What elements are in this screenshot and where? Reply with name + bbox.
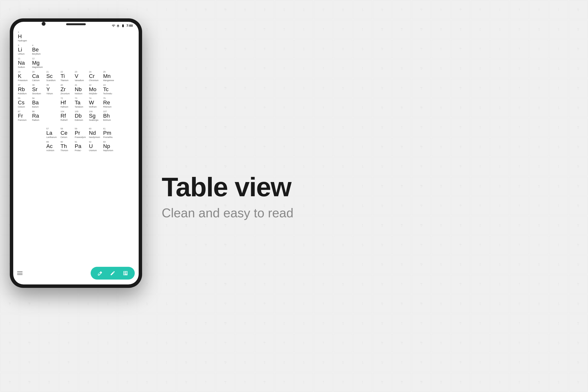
element-Mn[interactable]: 25 Mn Manganese <box>102 70 116 82</box>
element-La[interactable]: 57 La Lanthanum <box>46 127 60 139</box>
element-V[interactable]: 23 V Vanadium <box>74 70 88 82</box>
airplane-icon <box>116 24 120 28</box>
element-Nd[interactable]: 60 Nd Neodymium <box>88 127 102 139</box>
periodic-table[interactable]: 1 H Hydrogen 3 Li Lithium 4 <box>13 28 139 264</box>
right-content: Table view Clean and easy to read <box>132 172 588 220</box>
element-Re[interactable]: 75 Re Rhenium <box>102 96 116 109</box>
table-button[interactable] <box>122 270 129 276</box>
element-U[interactable]: 92 U Uranium <box>88 140 102 152</box>
wifi-icon <box>112 24 115 28</box>
lanthanide-row: 57 La Lanthanum 58 Ce Cerium 59 Pr P <box>17 127 135 139</box>
element-Sc[interactable]: 21 Sc Scandium <box>46 70 60 82</box>
element-Ac[interactable]: 89 Ac Actinium <box>46 140 60 152</box>
period-row-1: 1 H Hydrogen <box>17 30 135 43</box>
subheadline-text: Clean and easy to read <box>162 206 294 220</box>
lanthanide-separator <box>17 123 135 127</box>
element-Mo[interactable]: 42 Mo Molybde- <box>88 83 102 96</box>
actinide-row: 89 Ac Actinium 90 Th Thorium 91 Pa P <box>17 140 135 152</box>
bottom-navigation <box>13 264 139 284</box>
element-Fr[interactable]: 87 Fr Francium <box>17 110 31 122</box>
element-Hf[interactable]: 72 Hf Hafnium <box>60 96 74 109</box>
battery-icon <box>121 24 125 28</box>
element-Mg[interactable]: 12 Mg Magnesium <box>31 57 46 69</box>
element-Pm[interactable]: 61 Pm Promethiu <box>102 127 116 139</box>
element-Pa[interactable]: 91 Pa Protac- <box>74 140 88 152</box>
phone-frame: 7:00 1 H Hydrogen 3 <box>10 18 142 288</box>
element-Rf[interactable]: 104 Rf Rutherf- <box>60 110 74 122</box>
period-row-2: 3 Li Lithium 4 Be Beryllium <box>17 44 135 56</box>
element-Ti[interactable]: 22 Ti Titanium <box>60 70 74 82</box>
element-Np[interactable]: 93 Np Neptunium <box>102 140 116 152</box>
element-Cs[interactable]: 55 Cs Cesium <box>17 96 31 109</box>
element-Bh[interactable]: 107 Bh Bohrium <box>102 110 116 122</box>
headline-text: Table view <box>162 172 291 202</box>
phone-screen: 7:00 1 H Hydrogen 3 <box>13 22 139 284</box>
element-Nb[interactable]: 41 Nb Niobium <box>74 83 88 96</box>
element-Th[interactable]: 90 Th Thorium <box>60 140 74 152</box>
period-row-3: 11 Na Sodium 12 Mg Magnesium <box>17 57 135 69</box>
element-Na[interactable]: 11 Na Sodium <box>17 57 31 69</box>
table-icon <box>123 270 128 276</box>
element-Ta[interactable]: 73 Ta Tantalum <box>74 96 88 109</box>
phone-speaker <box>66 23 86 25</box>
element-Ca[interactable]: 20 Ca Calcium <box>31 70 46 82</box>
period-row-4: 19 K Potassium 20 Ca Calcium 21 Sc S <box>17 70 135 82</box>
element-Cr[interactable]: 24 Cr Chromium <box>88 70 102 82</box>
element-Rb[interactable]: 37 Rb Rubidium <box>17 83 31 96</box>
eraser-button[interactable] <box>96 270 104 276</box>
element-W[interactable]: 74 W Wolfram <box>88 96 102 109</box>
phone-mockup: 7:00 1 H Hydrogen 3 <box>10 18 142 374</box>
period-row-5: 37 Rb Rubidium 38 Sr Strontium 39 Y <box>17 83 135 96</box>
status-icons <box>112 24 125 28</box>
period-row-6: 55 Cs Cesium 56 Ba Barium 72 Hf <box>17 96 135 109</box>
element-Pr[interactable]: 59 Pr Praseodymi <box>74 127 88 139</box>
element-Ba[interactable]: 56 Ba Barium <box>31 96 46 109</box>
nav-fab-buttons <box>91 267 135 280</box>
element-Sr[interactable]: 38 Sr Strontium <box>31 83 46 96</box>
element-K[interactable]: 19 K Potassium <box>17 70 31 82</box>
main-container: 7:00 1 H Hydrogen 3 <box>0 0 588 392</box>
pencil-button[interactable] <box>109 270 116 276</box>
status-time: 7:00 <box>126 24 133 28</box>
element-Tc[interactable]: 43 Tc Technetiu <box>102 83 116 96</box>
element-Y[interactable]: 39 Y Yttrium <box>46 83 60 96</box>
element-Ra[interactable]: 88 Ra Radium <box>31 110 46 122</box>
element-Sg[interactable]: 106 Sg Seaborgiu <box>88 110 102 122</box>
eraser-icon <box>97 270 103 276</box>
element-Ce[interactable]: 58 Ce Cerium <box>60 127 74 139</box>
element-H[interactable]: 1 H Hydrogen <box>17 30 31 43</box>
element-Be[interactable]: 4 Be Beryllium <box>31 44 46 56</box>
hamburger-menu[interactable] <box>17 272 22 275</box>
element-Db[interactable]: 105 Db Dubnium <box>74 110 88 122</box>
element-Zr[interactable]: 40 Zr Zirconium <box>60 83 74 96</box>
period-row-7: 87 Fr Francium 88 Ra Radium 104 Rf <box>17 110 135 122</box>
element-Li[interactable]: 3 Li Lithium <box>17 44 31 56</box>
pencil-icon <box>110 270 116 276</box>
phone-camera <box>42 22 46 26</box>
